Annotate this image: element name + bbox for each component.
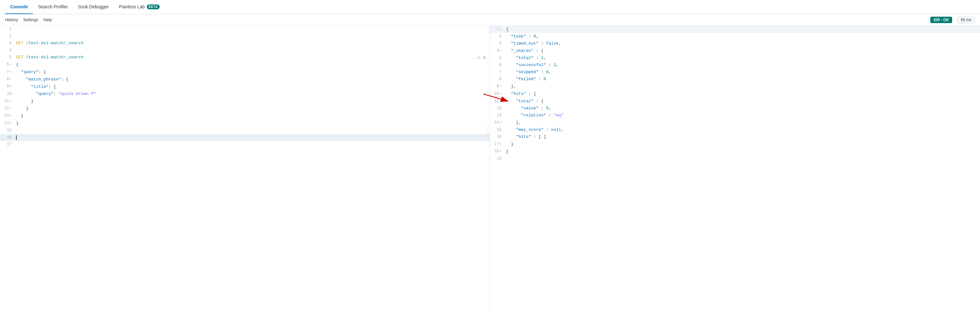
table-row: 13 "relation" : "eq" [490,112,980,119]
right-code-area: 1▾ { 2 "took" : 0, 3 "timed_out" : false… [490,26,980,310]
table-row[interactable]: 16 [0,134,490,141]
table-row: 5 "total" : 1, [490,54,980,62]
time-badge: 65 ms [957,16,975,23]
arrow-target-line: 11▾ "total" : { [490,97,980,105]
table-row: 4▾ "_shards" : { [490,47,980,54]
table-row: 3 GET /test-dsl-match/_search [0,40,490,47]
table-row: 12▾ } [0,105,490,112]
tab-search-profiler[interactable]: Search Profiler [33,0,73,14]
table-row: 18▾ } [490,148,980,155]
tab-grok-debugger[interactable]: Grok Debugger [73,0,114,14]
wrench-icon[interactable]: ⚙ [483,55,486,60]
table-row: 12 "value" : 0, [490,105,980,112]
table-row: 19 [490,155,980,162]
table-row: 10 "query": "quick brown f" [0,91,490,97]
table-row: 3 "timed_out" : false, [490,40,980,47]
secondary-toolbar: History Settings Help 200 - OK 65 ms [0,14,980,26]
top-nav: Console Search Profiler Grok Debugger Pa… [0,0,980,14]
table-row: 10▾ "hits" : { [490,90,980,97]
table-row: 17 [0,141,490,148]
table-row: 14▾ } [0,120,490,127]
table-row: 1 [0,26,490,33]
history-button[interactable]: History [5,16,18,23]
table-row: 7▾ "query": { [0,68,490,76]
right-editor-pane[interactable]: 1▾ { 2 "took" : 0, 3 "timed_out" : false… [490,26,980,310]
table-row: 14▾ }, [490,119,980,126]
tab-painless-lab[interactable]: Painless Lab BETA [114,0,165,14]
beta-badge: BETA [147,5,160,9]
tab-console[interactable]: Console [5,0,33,14]
table-row: 5 GET /test-dsl-match/_search ▷ ⚙ [0,54,490,61]
table-row: 6 "successful" : 1, [490,62,980,69]
line-actions: ▷ ⚙ [477,54,486,61]
table-row: 8 "failed" : 0 [490,76,980,83]
table-row: 11▾ } [0,97,490,105]
left-editor-pane[interactable]: 1 2 3 GET /test-dsl-match/_search 4 5 GE… [0,26,490,310]
run-icon[interactable]: ▷ [477,54,481,61]
table-row: 2 "took" : 0, [490,33,980,40]
status-badge: 200 - OK [930,17,953,23]
table-row: 9▾ }, [490,83,980,90]
table-row: 8▾ "match_phrase": { [0,76,490,83]
table-row: 9▾ "title": { [0,83,490,91]
table-row: 15 "max_score" : null, [490,126,980,133]
table-row: 1▾ { [490,26,980,33]
table-row: 16 "hits" : [ ] [490,133,980,141]
editor-container: 1 2 3 GET /test-dsl-match/_search 4 5 GE… [0,26,980,310]
table-row: 15 [0,127,490,134]
left-code-area[interactable]: 1 2 3 GET /test-dsl-match/_search 4 5 GE… [0,26,490,310]
table-row: 7 "skipped" : 0, [490,69,980,76]
settings-button[interactable]: Settings [23,16,38,23]
table-row: 4 [0,47,490,54]
help-button[interactable]: Help [43,16,52,23]
table-row: 2 [0,33,490,40]
table-row: 17▾ } [490,141,980,148]
table-row: 6▾ { [0,61,490,68]
table-row: 13▾ } [0,112,490,120]
